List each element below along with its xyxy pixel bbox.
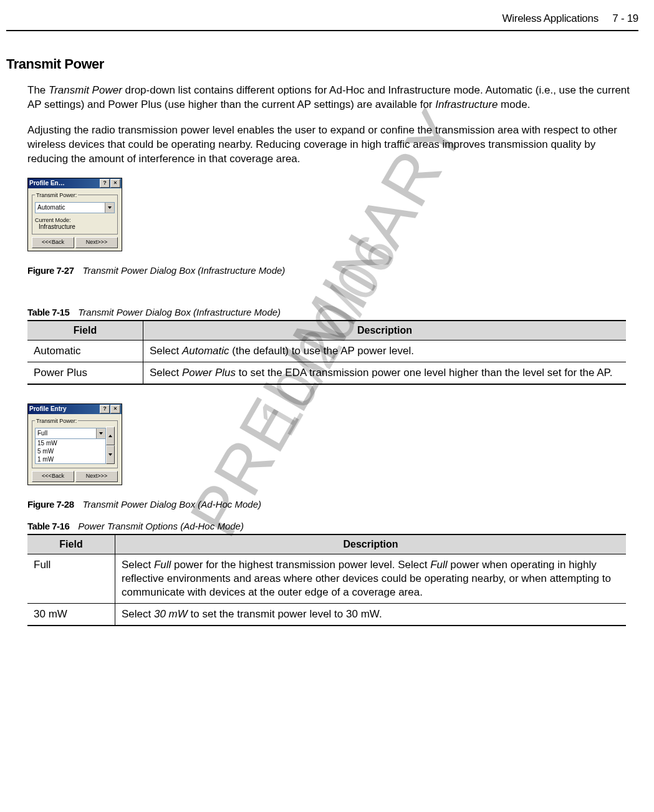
- transmit-power-dialog-adhoc: Profile Entry ? × Transmit Power: Full 1…: [27, 404, 122, 485]
- table-row: 30 mW Select 30 mW to set the transmit p…: [27, 604, 626, 626]
- table-caption-7-16: Table 7-16Power Transmit Options (Ad-Hoc…: [27, 521, 638, 531]
- transmit-power-dialog-infrastructure: Profile En… ? × Transmit Power: Automati…: [27, 178, 122, 251]
- dropdown-list[interactable]: 15 mW 5 mW 1 mW: [35, 438, 106, 464]
- dialog-title: Profile Entry: [29, 405, 99, 412]
- table-caption-7-15: Table 7-15Transmit Power Dialog Box (Inf…: [27, 307, 638, 317]
- col-description: Description: [143, 321, 627, 341]
- current-mode-value: Infrastructure: [35, 223, 115, 230]
- close-button[interactable]: ×: [110, 405, 120, 413]
- table-row: Automatic Select Automatic (the default)…: [27, 340, 626, 362]
- dropdown-option[interactable]: 15 mW: [36, 439, 105, 447]
- table-row: Full Select Full power for the highest t…: [27, 554, 626, 603]
- col-field: Field: [27, 321, 143, 341]
- transmit-power-legend: Transmit Power:: [35, 418, 78, 424]
- scroll-down-button[interactable]: [106, 445, 115, 464]
- chevron-down-icon[interactable]: [96, 428, 105, 438]
- table-7-15: Field Description Automatic Select Autom…: [27, 320, 626, 385]
- col-field: Field: [27, 534, 115, 554]
- body-paragraph-1: The Transmit Power drop-down list contai…: [27, 84, 638, 112]
- dialog-titlebar: Profile En… ? ×: [28, 178, 122, 188]
- help-button[interactable]: ?: [100, 405, 110, 413]
- dropdown-value: Full: [36, 430, 96, 437]
- back-button[interactable]: <<<Back: [32, 471, 74, 482]
- body-paragraph-2: Adjusting the radio transmission power l…: [27, 123, 638, 167]
- col-description: Description: [115, 534, 627, 554]
- scroll-up-button[interactable]: [106, 427, 115, 445]
- chapter-name: Wireless Applications: [503, 12, 599, 24]
- dropdown-option[interactable]: 1 mW: [36, 455, 105, 463]
- next-button[interactable]: Next>>>: [75, 471, 118, 482]
- chevron-down-icon[interactable]: [105, 203, 114, 213]
- current-mode-label: Current Mode:: [35, 217, 115, 223]
- table-row: Power Plus Select Power Plus to set the …: [27, 362, 626, 384]
- page-number: 7 - 19: [612, 12, 638, 24]
- next-button[interactable]: Next>>>: [75, 237, 118, 248]
- close-button[interactable]: ×: [110, 179, 120, 188]
- transmit-power-dropdown[interactable]: Automatic: [35, 202, 115, 213]
- transmit-power-dropdown[interactable]: Full: [35, 428, 106, 439]
- figure-caption-7-28: Figure 7-28Transmit Power Dialog Box (Ad…: [27, 499, 638, 510]
- transmit-power-legend: Transmit Power:: [35, 192, 78, 198]
- dropdown-value: Automatic: [36, 204, 105, 211]
- figure-caption-7-27: Figure 7-27Transmit Power Dialog Box (In…: [27, 265, 638, 276]
- back-button[interactable]: <<<Back: [32, 237, 74, 248]
- dialog-titlebar: Profile Entry ? ×: [28, 404, 122, 414]
- table-7-16: Field Description Full Select Full power…: [27, 534, 626, 626]
- dialog-title: Profile En…: [29, 180, 99, 186]
- section-title: Transmit Power: [6, 56, 638, 72]
- help-button[interactable]: ?: [100, 179, 110, 188]
- page-header: Wireless Applications 7 - 19: [6, 12, 638, 31]
- dropdown-option[interactable]: 5 mW: [36, 447, 105, 455]
